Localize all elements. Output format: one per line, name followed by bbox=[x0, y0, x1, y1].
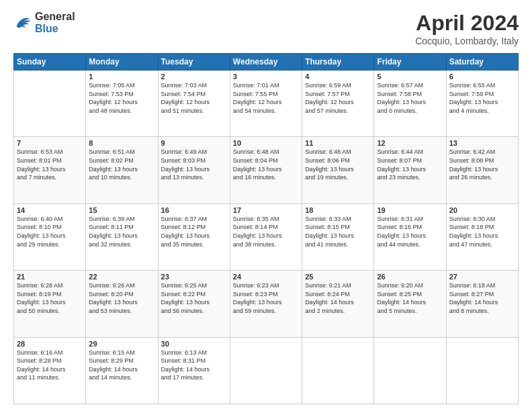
calendar-cell: 6Sunrise: 6:55 AM Sunset: 7:59 PM Daylig… bbox=[446, 71, 518, 137]
calendar-cell: 25Sunrise: 6:21 AM Sunset: 8:24 PM Dayli… bbox=[302, 271, 374, 337]
weekday-header: Friday bbox=[374, 54, 446, 71]
logo-general: General bbox=[35, 11, 75, 22]
calendar-cell bbox=[446, 337, 518, 404]
calendar-cell bbox=[302, 337, 374, 404]
day-number: 16 bbox=[161, 206, 227, 214]
day-number: 18 bbox=[305, 206, 371, 214]
calendar-week-row: 7Sunrise: 6:53 AM Sunset: 8:01 PM Daylig… bbox=[14, 137, 519, 203]
calendar-cell: 1Sunrise: 7:05 AM Sunset: 7:53 PM Daylig… bbox=[86, 71, 158, 137]
calendar-cell: 2Sunrise: 7:03 AM Sunset: 7:54 PM Daylig… bbox=[158, 71, 230, 137]
day-number: 13 bbox=[449, 139, 515, 147]
day-number: 10 bbox=[233, 139, 299, 147]
header: General Blue April 2024 Cocquio, Lombard… bbox=[13, 11, 519, 46]
calendar-cell: 23Sunrise: 6:25 AM Sunset: 8:22 PM Dayli… bbox=[158, 271, 230, 337]
day-number: 21 bbox=[17, 273, 83, 281]
weekday-header: Sunday bbox=[14, 54, 86, 71]
calendar-cell: 10Sunrise: 6:48 AM Sunset: 8:04 PM Dayli… bbox=[230, 137, 302, 203]
calendar-cell bbox=[374, 337, 446, 404]
calendar-cell: 17Sunrise: 6:35 AM Sunset: 8:14 PM Dayli… bbox=[230, 203, 302, 270]
day-number: 26 bbox=[377, 273, 443, 281]
calendar-cell: 8Sunrise: 6:51 AM Sunset: 8:02 PM Daylig… bbox=[86, 137, 158, 203]
day-info: Sunrise: 6:57 AM Sunset: 7:58 PM Dayligh… bbox=[377, 81, 443, 115]
calendar-cell: 20Sunrise: 6:30 AM Sunset: 8:18 PM Dayli… bbox=[446, 203, 518, 270]
calendar-week-row: 21Sunrise: 6:28 AM Sunset: 8:19 PM Dayli… bbox=[14, 271, 519, 337]
day-info: Sunrise: 7:01 AM Sunset: 7:55 PM Dayligh… bbox=[233, 81, 299, 115]
day-info: Sunrise: 6:25 AM Sunset: 8:22 PM Dayligh… bbox=[161, 281, 227, 315]
calendar-cell: 19Sunrise: 6:31 AM Sunset: 8:16 PM Dayli… bbox=[374, 203, 446, 270]
day-info: Sunrise: 6:44 AM Sunset: 8:07 PM Dayligh… bbox=[377, 148, 443, 181]
calendar-cell: 21Sunrise: 6:28 AM Sunset: 8:19 PM Dayli… bbox=[14, 271, 86, 337]
day-info: Sunrise: 7:05 AM Sunset: 7:53 PM Dayligh… bbox=[89, 81, 154, 115]
day-info: Sunrise: 7:03 AM Sunset: 7:54 PM Dayligh… bbox=[161, 81, 227, 115]
day-info: Sunrise: 6:35 AM Sunset: 8:14 PM Dayligh… bbox=[233, 215, 299, 248]
day-number: 29 bbox=[89, 340, 154, 348]
calendar-cell bbox=[230, 337, 302, 404]
day-number: 3 bbox=[233, 73, 299, 81]
day-number: 7 bbox=[17, 139, 83, 147]
calendar-cell: 18Sunrise: 6:33 AM Sunset: 8:15 PM Dayli… bbox=[302, 203, 374, 270]
day-number: 25 bbox=[305, 273, 371, 281]
calendar-cell: 28Sunrise: 6:16 AM Sunset: 8:28 PM Dayli… bbox=[14, 337, 86, 404]
calendar-cell: 9Sunrise: 6:49 AM Sunset: 8:03 PM Daylig… bbox=[158, 137, 230, 203]
day-info: Sunrise: 6:37 AM Sunset: 8:12 PM Dayligh… bbox=[161, 215, 227, 248]
title-block: April 2024 Cocquio, Lombardy, Italy bbox=[415, 11, 519, 46]
calendar-cell: 5Sunrise: 6:57 AM Sunset: 7:58 PM Daylig… bbox=[374, 71, 446, 137]
calendar: SundayMondayTuesdayWednesdayThursdayFrid… bbox=[13, 53, 519, 404]
day-number: 2 bbox=[161, 73, 227, 81]
day-info: Sunrise: 6:40 AM Sunset: 8:10 PM Dayligh… bbox=[17, 215, 83, 248]
day-info: Sunrise: 6:55 AM Sunset: 7:59 PM Dayligh… bbox=[449, 81, 515, 115]
month-year: April 2024 bbox=[415, 11, 519, 36]
day-number: 17 bbox=[233, 206, 299, 214]
day-info: Sunrise: 6:20 AM Sunset: 8:25 PM Dayligh… bbox=[377, 281, 443, 315]
day-info: Sunrise: 6:49 AM Sunset: 8:03 PM Dayligh… bbox=[161, 148, 227, 181]
day-number: 1 bbox=[89, 73, 154, 81]
day-info: Sunrise: 6:13 AM Sunset: 8:31 PM Dayligh… bbox=[161, 349, 227, 382]
day-number: 23 bbox=[161, 273, 227, 281]
day-number: 28 bbox=[17, 340, 83, 348]
day-info: Sunrise: 6:31 AM Sunset: 8:16 PM Dayligh… bbox=[377, 215, 443, 248]
calendar-cell: 4Sunrise: 6:59 AM Sunset: 7:57 PM Daylig… bbox=[302, 71, 374, 137]
day-number: 11 bbox=[305, 139, 371, 147]
day-number: 9 bbox=[161, 139, 227, 147]
calendar-cell: 12Sunrise: 6:44 AM Sunset: 8:07 PM Dayli… bbox=[374, 137, 446, 203]
weekday-header: Saturday bbox=[446, 54, 518, 71]
day-number: 6 bbox=[449, 73, 515, 81]
calendar-cell: 11Sunrise: 6:46 AM Sunset: 8:06 PM Dayli… bbox=[302, 137, 374, 203]
day-info: Sunrise: 6:15 AM Sunset: 8:29 PM Dayligh… bbox=[89, 349, 154, 382]
day-number: 30 bbox=[161, 340, 227, 348]
calendar-cell bbox=[14, 71, 86, 137]
day-number: 12 bbox=[377, 139, 443, 147]
day-number: 20 bbox=[449, 206, 515, 214]
logo-bird-icon bbox=[13, 15, 32, 31]
calendar-week-row: 1Sunrise: 7:05 AM Sunset: 7:53 PM Daylig… bbox=[14, 71, 519, 137]
day-info: Sunrise: 6:51 AM Sunset: 8:02 PM Dayligh… bbox=[89, 148, 154, 181]
calendar-cell: 22Sunrise: 6:26 AM Sunset: 8:20 PM Dayli… bbox=[86, 271, 158, 337]
calendar-week-row: 14Sunrise: 6:40 AM Sunset: 8:10 PM Dayli… bbox=[14, 203, 519, 270]
logo-text: General Blue bbox=[35, 11, 75, 34]
logo: General Blue bbox=[13, 11, 75, 34]
day-info: Sunrise: 6:30 AM Sunset: 8:18 PM Dayligh… bbox=[449, 215, 515, 248]
weekday-header: Tuesday bbox=[158, 54, 230, 71]
day-number: 24 bbox=[233, 273, 299, 281]
location: Cocquio, Lombardy, Italy bbox=[415, 36, 519, 46]
day-info: Sunrise: 6:53 AM Sunset: 8:01 PM Dayligh… bbox=[17, 148, 83, 181]
calendar-cell: 15Sunrise: 6:39 AM Sunset: 8:11 PM Dayli… bbox=[86, 203, 158, 270]
day-info: Sunrise: 6:59 AM Sunset: 7:57 PM Dayligh… bbox=[305, 81, 371, 115]
day-info: Sunrise: 6:26 AM Sunset: 8:20 PM Dayligh… bbox=[89, 281, 154, 315]
calendar-cell: 24Sunrise: 6:23 AM Sunset: 8:23 PM Dayli… bbox=[230, 271, 302, 337]
day-number: 19 bbox=[377, 206, 443, 214]
calendar-cell: 3Sunrise: 7:01 AM Sunset: 7:55 PM Daylig… bbox=[230, 71, 302, 137]
day-info: Sunrise: 6:33 AM Sunset: 8:15 PM Dayligh… bbox=[305, 215, 371, 248]
day-info: Sunrise: 6:42 AM Sunset: 8:08 PM Dayligh… bbox=[449, 148, 515, 181]
calendar-cell: 27Sunrise: 6:18 AM Sunset: 8:27 PM Dayli… bbox=[446, 271, 518, 337]
weekday-header: Thursday bbox=[302, 54, 374, 71]
day-number: 22 bbox=[89, 273, 154, 281]
day-number: 27 bbox=[449, 273, 515, 281]
day-number: 14 bbox=[17, 206, 83, 214]
day-info: Sunrise: 6:39 AM Sunset: 8:11 PM Dayligh… bbox=[89, 215, 154, 248]
day-number: 8 bbox=[89, 139, 154, 147]
calendar-cell: 7Sunrise: 6:53 AM Sunset: 8:01 PM Daylig… bbox=[14, 137, 86, 203]
calendar-cell: 13Sunrise: 6:42 AM Sunset: 8:08 PM Dayli… bbox=[446, 137, 518, 203]
calendar-cell: 14Sunrise: 6:40 AM Sunset: 8:10 PM Dayli… bbox=[14, 203, 86, 270]
day-info: Sunrise: 6:21 AM Sunset: 8:24 PM Dayligh… bbox=[305, 281, 371, 315]
